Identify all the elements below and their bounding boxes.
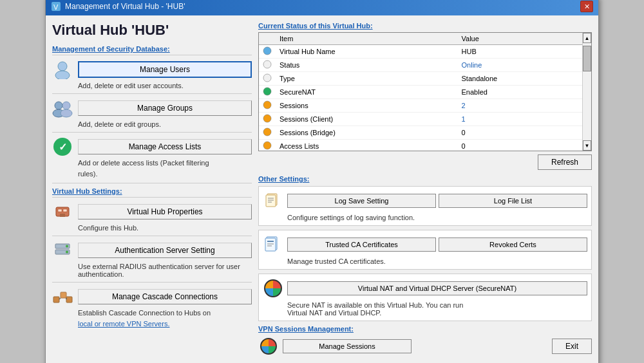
sessions-circle-icon bbox=[260, 338, 277, 355]
nat-desc1: Secure NAT is available on this Virtual … bbox=[287, 301, 587, 309]
svg-point-2 bbox=[58, 62, 67, 71]
status-table: Item Value Virtual Hub NameHUBStatusOnli… bbox=[259, 33, 582, 151]
log-icon bbox=[263, 191, 283, 211]
cascade-desc1: Establish Cascade Connection to Hubs on bbox=[78, 309, 252, 317]
row-icon bbox=[259, 99, 276, 113]
col-item-header: Item bbox=[276, 33, 458, 45]
table-row: Sessions2 bbox=[259, 99, 582, 113]
svg-rect-11 bbox=[60, 214, 65, 217]
access-icon: ✓ bbox=[52, 136, 73, 157]
row-icon bbox=[259, 59, 276, 72]
security-section: Management of Security Database: Manage … bbox=[52, 45, 252, 178]
row-value: Standalone bbox=[458, 72, 582, 86]
close-button[interactable]: ✕ bbox=[580, 1, 593, 12]
manage-groups-row: Manage Groups bbox=[52, 98, 252, 118]
sessions-icon bbox=[258, 336, 279, 357]
group-icon bbox=[52, 98, 73, 118]
user-icon bbox=[52, 59, 73, 80]
svg-rect-10 bbox=[63, 209, 67, 212]
table-row: StatusOnline bbox=[259, 59, 582, 72]
row-item: Sessions (Bridge) bbox=[276, 126, 458, 140]
svg-rect-17 bbox=[61, 292, 66, 298]
nat-settings-group: Virtual NAT and Virtual DHCP Server (Sec… bbox=[258, 274, 592, 321]
refresh-area: Refresh bbox=[258, 154, 592, 170]
svg-rect-18 bbox=[66, 297, 72, 302]
log-file-button[interactable]: Log File List bbox=[439, 194, 587, 208]
title-bar: V Management of Virtual Hub - 'HUB' ✕ bbox=[46, 0, 598, 15]
vpn-label: VPN Sessions Management: bbox=[258, 325, 592, 333]
hub-props-desc: Configure this Hub. bbox=[78, 224, 252, 232]
cascade-button[interactable]: Manage Cascade Connections bbox=[78, 289, 252, 304]
svg-rect-32 bbox=[266, 195, 276, 207]
ca-icon bbox=[263, 234, 283, 255]
row-value: Online bbox=[458, 59, 582, 72]
log-save-button[interactable]: Log Save Setting bbox=[287, 194, 436, 208]
svg-point-23 bbox=[263, 74, 271, 82]
nat-button[interactable]: Virtual NAT and Virtual DHCP Server (Sec… bbox=[287, 281, 587, 295]
scroll-thumb[interactable] bbox=[583, 46, 591, 71]
table-row: Sessions (Client)1 bbox=[259, 113, 582, 126]
ca-settings-group: Trusted CA Certificates Revoked Certs Ma… bbox=[258, 230, 592, 270]
row-icon bbox=[259, 126, 276, 140]
auth-server-icon bbox=[52, 240, 73, 261]
svg-point-28 bbox=[263, 142, 271, 149]
hub-title: Virtual Hub 'HUB' bbox=[52, 22, 252, 39]
row-item: Access Lists bbox=[276, 140, 458, 152]
svg-text:V: V bbox=[53, 3, 59, 11]
table-row: TypeStandalone bbox=[259, 72, 582, 86]
manage-sessions-button[interactable]: Manage Sessions bbox=[283, 339, 412, 353]
nat-icon bbox=[263, 278, 283, 299]
manage-groups-button[interactable]: Manage Groups bbox=[78, 100, 252, 116]
svg-point-14 bbox=[66, 245, 68, 248]
auth-server-desc: Use external RADIUS authentication serve… bbox=[78, 263, 252, 278]
row-item: Type bbox=[276, 72, 458, 86]
hub-props-button[interactable]: Virtual Hub Properties bbox=[78, 204, 252, 219]
auth-server-row: Authentication Server Setting bbox=[52, 240, 252, 261]
manage-users-button[interactable]: Manage Users bbox=[78, 61, 252, 78]
svg-rect-16 bbox=[53, 297, 59, 302]
row-item: Virtual Hub Name bbox=[276, 45, 458, 59]
svg-point-21 bbox=[263, 47, 271, 55]
status-table-container: Item Value Virtual Hub NameHUBStatusOnli… bbox=[258, 32, 592, 151]
cascade-row: Manage Cascade Connections bbox=[52, 286, 252, 307]
main-window: V Management of Virtual Hub - 'HUB' ✕ Vi… bbox=[45, 0, 599, 363]
manage-access-button[interactable]: Manage Access Lists bbox=[78, 139, 252, 154]
manage-access-desc2: rules). bbox=[78, 170, 252, 178]
log-settings-group: Log Save Setting Log File List Configure… bbox=[258, 186, 592, 226]
svg-point-22 bbox=[263, 60, 271, 68]
manage-access-desc1: Add or delete access lists (Packet filte… bbox=[78, 159, 252, 167]
right-panel: Current Status of this Virtual Hub: Item… bbox=[258, 22, 592, 359]
nat-settings-row: Virtual NAT and Virtual DHCP Server (Sec… bbox=[263, 278, 587, 299]
revoked-button[interactable]: Revoked Certs bbox=[439, 237, 587, 252]
svg-point-6 bbox=[62, 102, 70, 109]
row-icon bbox=[259, 113, 276, 126]
auth-server-button[interactable]: Authentication Server Setting bbox=[78, 243, 252, 258]
left-panel: Virtual Hub 'HUB' Management of Security… bbox=[52, 22, 252, 359]
svg-point-7 bbox=[61, 109, 72, 117]
row-item: Sessions bbox=[276, 99, 458, 113]
row-icon bbox=[259, 72, 276, 86]
trusted-desc: Manage trusted CA certificates. bbox=[287, 257, 587, 265]
row-item: Status bbox=[276, 59, 458, 72]
row-value: 2 bbox=[458, 99, 582, 113]
scroll-down[interactable]: ▼ bbox=[583, 140, 591, 151]
vpn-sessions-row: Manage Sessions Exit bbox=[258, 336, 592, 357]
trusted-ca-button[interactable]: Trusted CA Certificates bbox=[287, 237, 436, 252]
row-icon bbox=[259, 140, 276, 152]
table-row: Access Lists0 bbox=[259, 140, 582, 152]
exit-button[interactable]: Exit bbox=[552, 339, 592, 354]
svg-point-25 bbox=[263, 101, 271, 109]
security-section-header: Management of Security Database: bbox=[52, 45, 252, 55]
scroll-up[interactable]: ▲ bbox=[583, 33, 591, 43]
refresh-button[interactable]: Refresh bbox=[538, 154, 592, 170]
row-icon bbox=[259, 86, 276, 99]
hub-props-icon bbox=[52, 201, 73, 222]
cascade-icon bbox=[52, 286, 73, 307]
window-title: Management of Virtual Hub - 'HUB' bbox=[65, 2, 185, 11]
row-item: Sessions (Client) bbox=[276, 113, 458, 126]
scrollbar[interactable]: ▲ ▼ bbox=[582, 33, 591, 151]
row-value: Enabled bbox=[458, 86, 582, 99]
ca-settings-row: Trusted CA Certificates Revoked Certs bbox=[263, 234, 587, 255]
log-settings-row: Log Save Setting Log File List bbox=[263, 191, 587, 211]
nat-desc2: Virtual NAT and Virtual DHCP. bbox=[287, 309, 587, 317]
